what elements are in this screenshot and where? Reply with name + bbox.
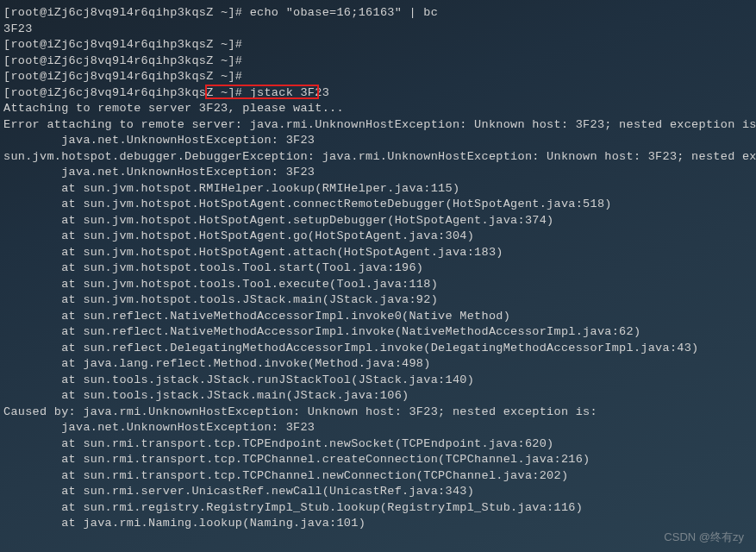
output-text: at sun.jvm.hotspot.HotSpotAgent.attach(H… <box>3 246 503 259</box>
terminal-line: at sun.rmi.server.UnicastRef.newCall(Uni… <box>3 484 753 500</box>
terminal-line: at sun.reflect.NativeMethodAccessorImpl.… <box>3 324 753 341</box>
output-text: at sun.rmi.transport.tcp.TCPEndpoint.new… <box>3 437 554 450</box>
output-text: at sun.rmi.server.UnicastRef.newCall(Uni… <box>3 485 474 498</box>
terminal-line: sun.jvm.hotspot.debugger.DebuggerExcepti… <box>3 149 753 166</box>
terminal-line: 3F23 <box>3 22 753 38</box>
shell-prompt: [root@iZj6cj8vq9l4r6qihp3kqsZ ~]# <box>3 38 250 51</box>
terminal-line: at sun.jvm.hotspot.RMIHelper.lookup(RMIH… <box>3 181 753 198</box>
output-text: sun.jvm.hotspot.debugger.DebuggerExcepti… <box>3 150 756 163</box>
terminal-line: Error attaching to remote server: java.r… <box>3 117 753 134</box>
shell-prompt: [root@iZj6cj8vq9l4r6qihp3kqsZ ~]# <box>3 86 250 99</box>
terminal-output[interactable]: [root@iZj6cj8vq9l4r6qihp3kqsZ ~]# echo "… <box>3 5 753 532</box>
output-text: 3F23 <box>3 22 33 35</box>
output-text: Error attaching to remote server: java.r… <box>3 118 756 131</box>
output-text: at sun.rmi.registry.RegistryImpl_Stub.lo… <box>3 501 583 514</box>
shell-prompt: [root@iZj6cj8vq9l4r6qihp3kqsZ ~]# <box>3 6 250 19</box>
shell-command: echo "obase=16;16163" | bc <box>250 6 438 19</box>
output-text: at sun.reflect.NativeMethodAccessorImpl.… <box>3 325 640 338</box>
output-text: at sun.jvm.hotspot.HotSpotAgent.go(HotSp… <box>3 229 474 242</box>
output-text: at sun.jvm.hotspot.tools.JStack.main(JSt… <box>3 293 438 306</box>
output-text: at java.lang.reflect.Method.invoke(Metho… <box>3 357 431 370</box>
output-text: at sun.tools.jstack.JStack.main(JStack.j… <box>3 389 409 402</box>
output-text: at sun.jvm.hotspot.tools.Tool.execute(To… <box>3 278 438 291</box>
output-text: at sun.rmi.transport.tcp.TCPChannel.crea… <box>3 453 590 466</box>
terminal-line: at sun.tools.jstack.JStack.main(JStack.j… <box>3 388 753 405</box>
output-text: at sun.reflect.DelegatingMethodAccessorI… <box>3 342 699 354</box>
terminal-line: at sun.tools.jstack.JStack.runJStackTool… <box>3 373 753 389</box>
terminal-line: Caused by: java.rmi.UnknownHostException… <box>3 405 753 421</box>
output-text: at sun.tools.jstack.JStack.runJStackTool… <box>3 373 474 386</box>
terminal-line: at sun.jvm.hotspot.tools.Tool.start(Tool… <box>3 260 753 277</box>
output-text: at sun.rmi.transport.tcp.TCPChannel.newC… <box>3 469 568 482</box>
output-text: java.net.UnknownHostException: 3F23 <box>3 421 315 434</box>
highlighted-command: jstack 3F23 <box>250 86 329 99</box>
terminal-line: at java.lang.reflect.Method.invoke(Metho… <box>3 356 753 373</box>
terminal-line: at sun.reflect.DelegatingMethodAccessorI… <box>3 341 753 357</box>
terminal-line: java.net.UnknownHostException: 3F23 <box>3 165 753 181</box>
terminal-line: at sun.jvm.hotspot.HotSpotAgent.connectR… <box>3 197 753 213</box>
terminal-line: at sun.rmi.transport.tcp.TCPChannel.crea… <box>3 452 753 468</box>
terminal-line: [root@iZj6cj8vq9l4r6qihp3kqsZ ~]# <box>3 53 753 70</box>
terminal-line: at sun.reflect.NativeMethodAccessorImpl.… <box>3 309 753 325</box>
output-text: java.net.UnknownHostException: 3F23 <box>3 166 315 179</box>
terminal-line: at sun.rmi.transport.tcp.TCPChannel.newC… <box>3 468 753 485</box>
terminal-line: [root@iZj6cj8vq9l4r6qihp3kqsZ ~]# echo "… <box>3 5 753 22</box>
output-text: Caused by: java.rmi.UnknownHostException… <box>3 405 597 418</box>
output-text: at sun.jvm.hotspot.HotSpotAgent.setupDeb… <box>3 214 554 227</box>
output-text: at sun.reflect.NativeMethodAccessorImpl.… <box>3 310 510 323</box>
terminal-line: [root@iZj6cj8vq9l4r6qihp3kqsZ ~]# <box>3 69 753 85</box>
terminal-line: at sun.rmi.transport.tcp.TCPEndpoint.new… <box>3 436 753 453</box>
terminal-line: [root@iZj6cj8vq9l4r6qihp3kqsZ ~]# <box>3 37 753 53</box>
terminal-line: at sun.jvm.hotspot.HotSpotAgent.go(HotSp… <box>3 229 753 245</box>
output-text: at sun.jvm.hotspot.tools.Tool.start(Tool… <box>3 261 423 274</box>
terminal-line: at sun.rmi.registry.RegistryImpl_Stub.lo… <box>3 500 753 517</box>
terminal-line: at sun.jvm.hotspot.tools.JStack.main(JSt… <box>3 292 753 309</box>
terminal-line: at sun.jvm.hotspot.HotSpotAgent.setupDeb… <box>3 213 753 229</box>
terminal-line: java.net.UnknownHostException: 3F23 <box>3 420 753 436</box>
shell-prompt: [root@iZj6cj8vq9l4r6qihp3kqsZ ~]# <box>3 70 250 83</box>
output-text: at java.rmi.Naming.lookup(Naming.java:10… <box>3 517 366 530</box>
output-text: java.net.UnknownHostException: 3F23 <box>3 134 315 147</box>
terminal-line: Attaching to remote server 3F23, please … <box>3 101 753 117</box>
output-text: at sun.jvm.hotspot.RMIHelper.lookup(RMIH… <box>3 182 459 195</box>
shell-prompt: [root@iZj6cj8vq9l4r6qihp3kqsZ ~]# <box>3 54 250 67</box>
output-text: at sun.jvm.hotspot.HotSpotAgent.connectR… <box>3 198 612 210</box>
output-text: Attaching to remote server 3F23, please … <box>3 102 344 115</box>
terminal-line: at sun.jvm.hotspot.tools.Tool.execute(To… <box>3 277 753 293</box>
terminal-line: at java.rmi.Naming.lookup(Naming.java:10… <box>3 516 753 532</box>
terminal-line: [root@iZj6cj8vq9l4r6qihp3kqsZ ~]# jstack… <box>3 85 753 102</box>
csdn-watermark: CSDN @终有zy <box>664 530 744 546</box>
terminal-line: at sun.jvm.hotspot.HotSpotAgent.attach(H… <box>3 245 753 261</box>
terminal-line: java.net.UnknownHostException: 3F23 <box>3 133 753 149</box>
